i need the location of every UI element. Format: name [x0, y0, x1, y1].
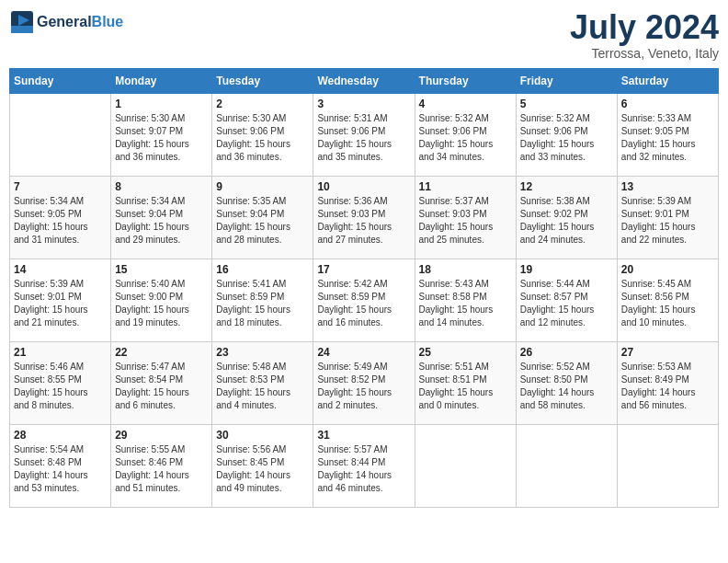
day-info: Sunrise: 5:47 AM Sunset: 8:54 PM Dayligh…	[115, 361, 208, 412]
header-monday: Monday	[111, 68, 212, 93]
header-wednesday: Wednesday	[313, 68, 415, 93]
day-number: 8	[115, 180, 208, 193]
day-number: 23	[216, 346, 309, 359]
calendar-cell: 2Sunrise: 5:30 AM Sunset: 9:06 PM Daylig…	[212, 93, 313, 176]
day-info: Sunrise: 5:38 AM Sunset: 9:02 PM Dayligh…	[520, 195, 613, 247]
calendar-cell: 18Sunrise: 5:43 AM Sunset: 8:58 PM Dayli…	[415, 259, 516, 341]
day-number: 3	[317, 98, 410, 110]
day-number: 15	[115, 263, 208, 276]
day-info: Sunrise: 5:52 AM Sunset: 8:50 PM Dayligh…	[520, 361, 613, 412]
logo-icon	[9, 9, 35, 35]
day-number: 6	[621, 98, 714, 110]
day-info: Sunrise: 5:32 AM Sunset: 9:06 PM Dayligh…	[419, 112, 512, 164]
day-info: Sunrise: 5:39 AM Sunset: 9:01 PM Dayligh…	[621, 195, 714, 247]
day-info: Sunrise: 5:51 AM Sunset: 8:51 PM Dayligh…	[419, 361, 512, 412]
calendar-cell: 1Sunrise: 5:30 AM Sunset: 9:07 PM Daylig…	[111, 93, 212, 176]
calendar-cell: 11Sunrise: 5:37 AM Sunset: 9:03 PM Dayli…	[415, 176, 516, 259]
header-sunday: Sunday	[10, 68, 111, 93]
calendar-cell: 6Sunrise: 5:33 AM Sunset: 9:05 PM Daylig…	[617, 93, 718, 176]
logo-blue: Blue	[92, 14, 124, 29]
logo-general: General	[37, 14, 92, 29]
calendar-cell: 26Sunrise: 5:52 AM Sunset: 8:50 PM Dayli…	[516, 341, 617, 424]
calendar-cell: 12Sunrise: 5:38 AM Sunset: 9:02 PM Dayli…	[516, 176, 617, 259]
calendar-cell: 25Sunrise: 5:51 AM Sunset: 8:51 PM Dayli…	[415, 341, 516, 424]
day-info: Sunrise: 5:46 AM Sunset: 8:55 PM Dayligh…	[14, 361, 107, 412]
day-number: 25	[419, 346, 512, 359]
day-info: Sunrise: 5:55 AM Sunset: 8:46 PM Dayligh…	[115, 443, 208, 495]
day-number: 5	[520, 98, 613, 110]
week-row-1: 1Sunrise: 5:30 AM Sunset: 9:07 PM Daylig…	[10, 93, 719, 176]
day-info: Sunrise: 5:40 AM Sunset: 9:00 PM Dayligh…	[115, 278, 208, 329]
day-info: Sunrise: 5:54 AM Sunset: 8:48 PM Dayligh…	[14, 443, 107, 495]
day-number: 30	[216, 429, 309, 442]
day-info: Sunrise: 5:41 AM Sunset: 8:59 PM Dayligh…	[216, 278, 309, 329]
calendar-cell: 15Sunrise: 5:40 AM Sunset: 9:00 PM Dayli…	[111, 259, 212, 341]
day-number: 24	[317, 346, 410, 359]
day-info: Sunrise: 5:42 AM Sunset: 8:59 PM Dayligh…	[317, 278, 410, 329]
calendar-cell: 19Sunrise: 5:44 AM Sunset: 8:57 PM Dayli…	[516, 259, 617, 341]
page-header: GeneralBlue July 2024 Terrossa, Veneto, …	[9, 9, 719, 61]
header-thursday: Thursday	[415, 68, 516, 93]
day-number: 17	[317, 263, 410, 276]
week-row-2: 7Sunrise: 5:34 AM Sunset: 9:05 PM Daylig…	[10, 176, 719, 259]
day-info: Sunrise: 5:53 AM Sunset: 8:49 PM Dayligh…	[621, 361, 714, 412]
header-row: SundayMondayTuesdayWednesdayThursdayFrid…	[10, 68, 719, 93]
day-info: Sunrise: 5:35 AM Sunset: 9:04 PM Dayligh…	[216, 195, 309, 247]
calendar-cell: 24Sunrise: 5:49 AM Sunset: 8:52 PM Dayli…	[313, 341, 415, 424]
day-info: Sunrise: 5:48 AM Sunset: 8:53 PM Dayligh…	[216, 361, 309, 412]
calendar-cell: 22Sunrise: 5:47 AM Sunset: 8:54 PM Dayli…	[111, 341, 212, 424]
day-number: 22	[115, 346, 208, 359]
calendar-cell: 3Sunrise: 5:31 AM Sunset: 9:06 PM Daylig…	[313, 93, 415, 176]
day-number: 27	[621, 346, 714, 359]
day-info: Sunrise: 5:30 AM Sunset: 9:07 PM Dayligh…	[115, 112, 208, 164]
week-row-5: 28Sunrise: 5:54 AM Sunset: 8:48 PM Dayli…	[10, 424, 719, 507]
calendar-cell: 9Sunrise: 5:35 AM Sunset: 9:04 PM Daylig…	[212, 176, 313, 259]
calendar-cell: 30Sunrise: 5:56 AM Sunset: 8:45 PM Dayli…	[212, 424, 313, 507]
day-info: Sunrise: 5:32 AM Sunset: 9:06 PM Dayligh…	[520, 112, 613, 164]
title-block: July 2024 Terrossa, Veneto, Italy	[570, 9, 719, 61]
day-info: Sunrise: 5:57 AM Sunset: 8:44 PM Dayligh…	[317, 443, 410, 495]
day-number: 19	[520, 263, 613, 276]
calendar-cell: 28Sunrise: 5:54 AM Sunset: 8:48 PM Dayli…	[10, 424, 111, 507]
day-number: 11	[419, 180, 512, 193]
day-number: 16	[216, 263, 309, 276]
calendar-cell	[415, 424, 516, 507]
calendar-cell: 27Sunrise: 5:53 AM Sunset: 8:49 PM Dayli…	[617, 341, 718, 424]
day-number: 20	[621, 263, 714, 276]
day-number: 21	[14, 346, 107, 359]
day-info: Sunrise: 5:45 AM Sunset: 8:56 PM Dayligh…	[621, 278, 714, 329]
week-row-4: 21Sunrise: 5:46 AM Sunset: 8:55 PM Dayli…	[10, 341, 719, 424]
day-number: 9	[216, 180, 309, 193]
day-info: Sunrise: 5:37 AM Sunset: 9:03 PM Dayligh…	[419, 195, 512, 247]
calendar-cell: 10Sunrise: 5:36 AM Sunset: 9:03 PM Dayli…	[313, 176, 415, 259]
calendar-cell: 4Sunrise: 5:32 AM Sunset: 9:06 PM Daylig…	[415, 93, 516, 176]
header-friday: Friday	[516, 68, 617, 93]
day-info: Sunrise: 5:33 AM Sunset: 9:05 PM Dayligh…	[621, 112, 714, 164]
day-number: 14	[14, 263, 107, 276]
day-info: Sunrise: 5:56 AM Sunset: 8:45 PM Dayligh…	[216, 443, 309, 495]
day-number: 26	[520, 346, 613, 359]
day-number: 1	[115, 98, 208, 110]
location: Terrossa, Veneto, Italy	[570, 46, 719, 61]
calendar-cell	[617, 424, 718, 507]
calendar-cell: 20Sunrise: 5:45 AM Sunset: 8:56 PM Dayli…	[617, 259, 718, 341]
week-row-3: 14Sunrise: 5:39 AM Sunset: 9:01 PM Dayli…	[10, 259, 719, 341]
day-info: Sunrise: 5:44 AM Sunset: 8:57 PM Dayligh…	[520, 278, 613, 329]
calendar-cell	[10, 93, 111, 176]
day-info: Sunrise: 5:39 AM Sunset: 9:01 PM Dayligh…	[14, 278, 107, 329]
logo: GeneralBlue	[9, 9, 123, 35]
day-info: Sunrise: 5:30 AM Sunset: 9:06 PM Dayligh…	[216, 112, 309, 164]
day-info: Sunrise: 5:49 AM Sunset: 8:52 PM Dayligh…	[317, 361, 410, 412]
calendar-cell: 31Sunrise: 5:57 AM Sunset: 8:44 PM Dayli…	[313, 424, 415, 507]
day-info: Sunrise: 5:43 AM Sunset: 8:58 PM Dayligh…	[419, 278, 512, 329]
day-number: 31	[317, 429, 410, 442]
calendar-cell: 29Sunrise: 5:55 AM Sunset: 8:46 PM Dayli…	[111, 424, 212, 507]
calendar-cell: 13Sunrise: 5:39 AM Sunset: 9:01 PM Dayli…	[617, 176, 718, 259]
day-info: Sunrise: 5:34 AM Sunset: 9:05 PM Dayligh…	[14, 195, 107, 247]
header-tuesday: Tuesday	[212, 68, 313, 93]
day-info: Sunrise: 5:36 AM Sunset: 9:03 PM Dayligh…	[317, 195, 410, 247]
day-info: Sunrise: 5:31 AM Sunset: 9:06 PM Dayligh…	[317, 112, 410, 164]
header-saturday: Saturday	[617, 68, 718, 93]
calendar-table: SundayMondayTuesdayWednesdayThursdayFrid…	[9, 68, 719, 508]
day-number: 13	[621, 180, 714, 193]
